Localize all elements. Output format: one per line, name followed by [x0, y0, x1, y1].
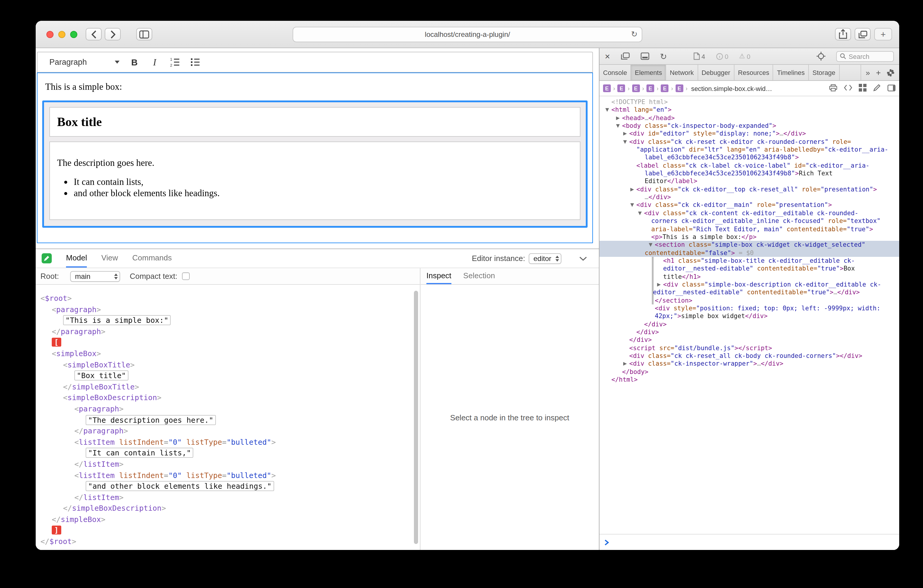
element-badge-icon[interactable]: E [647, 84, 654, 92]
disclosure-open-icon[interactable]: ▼ [636, 209, 644, 217]
dom-tree-node[interactable]: </html> [599, 376, 899, 384]
dom-tree-node[interactable]: title</h1> [599, 273, 899, 281]
console-prompt[interactable] [599, 534, 899, 550]
editor-content[interactable]: This is a simple box: Box title The desc… [37, 72, 593, 243]
disclosure-closed-icon[interactable]: ▶ [614, 114, 621, 122]
tab-elements[interactable]: Elements [631, 65, 667, 80]
tab-resources[interactable]: Resources [734, 65, 774, 80]
forward-button[interactable] [105, 28, 121, 40]
tab-model[interactable]: Model [66, 249, 87, 268]
model-tree-node[interactable]: </$root> [36, 536, 420, 547]
dom-tree-node[interactable]: ▶<div class="simple-box-description ck-e… [599, 281, 899, 289]
compact-text-checkbox[interactable] [182, 272, 190, 280]
dom-tree-node[interactable]: 42px;">simple box widget</div> [599, 312, 899, 320]
dom-tree-node[interactable]: <div class="ck ck-reset_all ck-body ck-r… [599, 352, 899, 360]
dock-side-button[interactable] [621, 52, 630, 60]
model-tree-node[interactable]: "This is a simple box:" [36, 315, 420, 326]
dom-tree-node[interactable]: </section> [599, 296, 899, 304]
code-icon[interactable] [844, 84, 852, 92]
dom-tree-node[interactable]: ▼<div class="ck ck-editor__main" role="p… [599, 201, 899, 209]
dom-tree-node[interactable]: "application" dir="ltr" lang="en" aria-l… [599, 146, 899, 154]
sidebar-panel-icon[interactable] [887, 84, 896, 92]
dom-tree-node[interactable]: </body> [599, 368, 899, 376]
model-tree-node[interactable]: <simpleBoxTitle> [36, 360, 420, 370]
box-title-editable[interactable]: Box title [49, 107, 580, 137]
model-tree-node[interactable]: </listItem> [36, 459, 420, 470]
dom-tree-node[interactable]: aria-label="Rich Text Editor, main" cont… [599, 225, 899, 233]
disclosure-closed-icon[interactable]: ▶ [621, 360, 629, 368]
model-tree-node[interactable]: <$root> [36, 293, 420, 304]
settings-gear-icon[interactable] [887, 69, 895, 76]
tab-selection[interactable]: Selection [463, 268, 495, 284]
minimize-window-button[interactable] [58, 31, 66, 38]
dom-tree-node[interactable]: editor__nested-editable" contenteditable… [599, 289, 899, 297]
tab-timelines[interactable]: Timelines [774, 65, 809, 80]
paragraph-text[interactable]: This is a simple box: [45, 81, 585, 92]
back-button[interactable] [85, 28, 102, 40]
model-tree-node[interactable]: </paragraph> [36, 426, 420, 437]
simple-box-widget[interactable]: Box title The description goes here. It … [42, 100, 588, 228]
address-bar[interactable]: localhost/creating-a-plugin/ ↻ [292, 26, 642, 42]
scrollbar-thumb[interactable] [414, 291, 418, 544]
model-tree-node[interactable]: <listItem listIndent="0" listType="bulle… [36, 470, 420, 481]
model-tree-node[interactable]: <paragraph> [36, 304, 420, 315]
zoom-window-button[interactable] [70, 31, 77, 38]
collapse-inspector-button[interactable] [579, 256, 587, 261]
breadcrumb-current[interactable]: section.simple-box.ck-wid… [691, 85, 772, 92]
dom-tree-node[interactable]: ▶<div class="ck-inspector-wrapper">…</di… [599, 360, 899, 368]
bulleted-list-button[interactable] [185, 54, 205, 71]
model-tree-node[interactable]: [ [36, 337, 420, 348]
dom-tree-node[interactable]: editor__nested-editable" contenteditable… [599, 264, 899, 273]
resource-count[interactable]: 4 [693, 52, 705, 60]
more-tabs-button[interactable]: » [866, 68, 870, 77]
reload-page-button[interactable]: ↻ [660, 51, 667, 61]
element-badge-icon[interactable]: E [675, 84, 683, 92]
search-field[interactable] [836, 51, 894, 62]
tab-view[interactable]: View [102, 249, 118, 268]
element-badge-icon[interactable]: E [661, 84, 669, 92]
dom-tree-node[interactable]: </div> [599, 328, 899, 336]
dom-tree-node[interactable]: ▼<div class="ck ck-reset ck-editor ck-ro… [599, 138, 899, 146]
dom-tree-node[interactable]: corners ck-editor__editable_inline ck-fo… [599, 217, 899, 225]
element-badge-icon[interactable]: E [632, 84, 640, 92]
dom-tree-node[interactable]: contenteditable="false"> = $0 [599, 249, 899, 257]
tab-commands[interactable]: Commands [132, 249, 172, 268]
element-badge-icon[interactable]: E [603, 84, 611, 92]
disclosure-open-icon[interactable]: ▼ [621, 138, 629, 146]
dom-tree-node[interactable]: label_e63cbbfece34c53ce23501062343f49b8"… [599, 169, 899, 177]
sidebar-toggle-button[interactable] [136, 28, 152, 40]
tab-network[interactable]: Network [666, 65, 698, 80]
model-tree-node[interactable]: <simpleBox> [36, 348, 420, 360]
dom-tree-node[interactable]: Editor</label> [599, 177, 899, 186]
box-description-editable[interactable]: The description goes here. It can contai… [49, 141, 580, 220]
italic-button[interactable]: I [145, 54, 165, 71]
dom-tree-node[interactable]: <script src="dist/bundle.js"></script> [599, 344, 899, 352]
numbered-list-button[interactable]: 12 [165, 54, 185, 71]
model-tree-node[interactable]: <listItem listIndent="0" listType="bulle… [36, 437, 420, 448]
dom-tree-node[interactable]: ▼<body class="ck-inspector-body-expanded… [599, 122, 899, 130]
disclosure-open-icon[interactable]: ▼ [604, 106, 611, 114]
dom-tree-node[interactable]: <div style="position: fixed; top: 0px; l… [599, 304, 899, 312]
dom-tree-node[interactable]: <!DOCTYPE html> [599, 98, 899, 106]
scrollbar[interactable] [414, 289, 418, 546]
tab-overview-button[interactable] [855, 28, 870, 40]
dom-tree-node[interactable]: </div> [599, 320, 899, 328]
dom-tree-node[interactable]: ▼<html lang="en"> [599, 106, 899, 114]
dom-tree-node[interactable]: …</div> [599, 193, 899, 201]
disclosure-open-icon[interactable]: ▼ [629, 201, 636, 209]
search-input[interactable] [849, 53, 887, 60]
model-tree-node[interactable]: </paragraph> [36, 327, 420, 337]
tab-debugger[interactable]: Debugger [698, 65, 734, 80]
element-picker-button[interactable] [816, 52, 826, 61]
model-tree-node[interactable]: "Box title" [36, 370, 420, 381]
disclosure-open-icon[interactable]: ▼ [647, 241, 654, 249]
bold-button[interactable]: B [124, 54, 145, 71]
model-tree-node[interactable]: </simpleBoxTitle> [36, 382, 420, 393]
tab-console[interactable]: Console [599, 65, 631, 80]
print-icon[interactable] [829, 84, 838, 93]
paragraph-style-dropdown[interactable]: Paragraph [49, 57, 120, 67]
dom-tree-node[interactable]: </div> [599, 336, 899, 344]
dom-tree-node[interactable]: ▶<head>…</head> [599, 114, 899, 122]
disclosure-closed-icon[interactable]: ▶ [621, 130, 629, 138]
new-tab-button[interactable]: + [874, 28, 892, 40]
